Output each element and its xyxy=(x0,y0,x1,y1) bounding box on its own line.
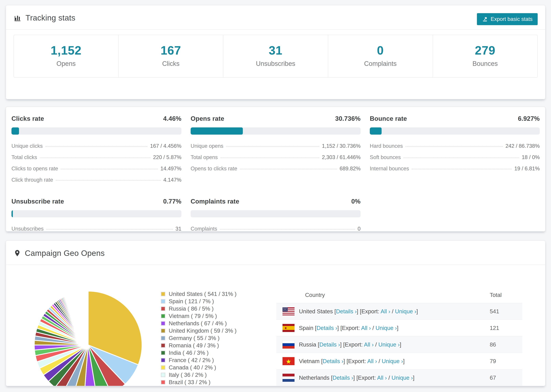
legend-label: India ( 46 / 3% ) xyxy=(169,350,209,356)
rate-detail-label: Total clicks xyxy=(11,154,37,161)
country-name: United States xyxy=(299,308,333,315)
rate-rows: Unique opens1,152 / 30.736%Total opens2,… xyxy=(191,140,360,174)
rate-progress-bar xyxy=(11,127,181,135)
rate-detail-value: 1,152 / 30.736% xyxy=(322,143,360,149)
rate-detail-value: 167 / 4.456% xyxy=(150,143,181,149)
legend-swatch xyxy=(161,343,165,348)
legend-label: United Kingdom ( 59 / 3% ) xyxy=(169,328,236,334)
rate-progress-fill xyxy=(191,127,243,135)
rate-detail-value: 220 / 5.87% xyxy=(153,154,181,161)
export-all-link[interactable]: All › xyxy=(381,308,390,315)
stat-label: Complaints xyxy=(328,60,433,67)
rate-progress-fill xyxy=(370,127,381,135)
rate-block-bounce-rate: Bounce rate6.927%Hard bounces242 / 86.73… xyxy=(370,115,540,186)
export-basic-stats-label: Export basic stats xyxy=(491,16,532,22)
tracking-stats-title-text: Tracking stats xyxy=(26,13,76,22)
export-prefix: Export: xyxy=(348,358,366,364)
tracking-stats-header: Tracking stats Export basic stats xyxy=(6,5,545,30)
export-unique-link[interactable]: Unique › xyxy=(378,341,400,348)
legend-label: Netherlands ( 67 / 4% ) xyxy=(169,320,227,327)
rate-progress-fill xyxy=(11,210,13,217)
export-all-link[interactable]: All › xyxy=(361,325,371,331)
rate-detail-label: Total opens xyxy=(191,154,218,161)
geo-table: Country Total United States [Details ›] … xyxy=(276,287,522,386)
export-all-link[interactable]: All › xyxy=(377,375,387,381)
details-link[interactable]: Details › xyxy=(319,341,340,348)
geo-opens-content: United States ( 541 / 31% )Spain ( 121 /… xyxy=(6,265,545,386)
vn-flag-icon xyxy=(283,357,295,365)
dotted-leader xyxy=(56,180,161,181)
export-prefix: Export: xyxy=(342,325,360,331)
stat-label: Opens xyxy=(14,60,118,67)
stat-value: 167 xyxy=(119,44,223,57)
geo-country-text: Spain [Details ›] [Export: All › / Uniqu… xyxy=(299,325,398,331)
rate-name: Opens rate xyxy=(191,115,224,122)
legend-item-spain: Spain ( 121 / 7% ) xyxy=(161,298,236,305)
tracking-stats-page: Tracking stats Export basic stats 1,152O… xyxy=(0,0,551,392)
stat-cell-opens: 1,152Opens xyxy=(14,35,118,77)
rate-detail-row: Hard bounces242 / 86.738% xyxy=(370,140,540,152)
rate-name: Bounce rate xyxy=(370,115,407,122)
dotted-leader xyxy=(403,158,519,158)
geo-total-cell: 541 xyxy=(490,308,516,315)
details-link[interactable]: Details › xyxy=(336,308,357,315)
rate-block-clicks-rate: Clicks rate4.46%Unique clicks167 / 4.456… xyxy=(11,115,181,186)
dotted-leader xyxy=(226,146,319,147)
rate-detail-value: 689.82% xyxy=(340,166,360,172)
stat-value: 0 xyxy=(328,44,433,57)
rate-detail-row: Unsubscribes31 xyxy=(11,223,181,234)
export-basic-stats-button[interactable]: Export basic stats xyxy=(477,13,538,25)
legend-swatch xyxy=(161,380,165,385)
rate-detail-row: Click through rate4.147% xyxy=(11,174,181,186)
export-all-link[interactable]: All › xyxy=(367,358,377,364)
rate-block-unsubscribe-rate: Unsubscribe rate0.77%Unsubscribes31 xyxy=(11,198,181,234)
geo-opens-card: Campaign Geo Opens United States ( 541 /… xyxy=(6,240,545,386)
details-link[interactable]: Details › xyxy=(323,358,343,364)
rate-detail-row: Opens to clicks rate689.82% xyxy=(191,163,360,174)
geo-table-body: United States [Details ›] [Export: All ›… xyxy=(276,303,522,386)
country-name: Russia xyxy=(299,341,316,348)
rate-name: Unsubscribe rate xyxy=(11,198,64,205)
legend-swatch xyxy=(161,292,165,296)
geo-country-text: Russia [Details ›] [Export: All › / Uniq… xyxy=(299,341,401,348)
geo-total-cell: 67 xyxy=(490,375,516,381)
stat-label: Clicks xyxy=(119,60,223,67)
rate-detail-label: Soft bounces xyxy=(370,154,401,161)
export-unique-link[interactable]: Unique › xyxy=(382,358,403,364)
rate-detail-label: Complaints xyxy=(191,226,217,232)
dotted-leader xyxy=(240,169,337,169)
dotted-leader xyxy=(221,158,319,158)
export-all-link[interactable]: All › xyxy=(364,341,374,348)
stat-cell-bounces: 279Bounces xyxy=(433,35,537,77)
geo-country-text: Vietnam [Details ›] [Export: All › / Uni… xyxy=(299,358,405,364)
geo-opens-title-text: Campaign Geo Opens xyxy=(25,249,105,258)
es-flag-icon xyxy=(283,324,295,332)
legend-label: Spain ( 121 / 7% ) xyxy=(169,298,214,305)
nl-flag-icon xyxy=(283,374,295,382)
rate-detail-value: 2,303 / 61.446% xyxy=(322,154,360,161)
ru-flag-icon xyxy=(283,341,295,349)
rate-rows: Unique clicks167 / 4.456%Total clicks220… xyxy=(11,140,181,186)
rate-percent: 0.77% xyxy=(163,198,181,205)
legend-swatch xyxy=(161,329,165,333)
rate-detail-row: Clicks to opens rate14.497% xyxy=(11,163,181,174)
export-unique-link[interactable]: Unique › xyxy=(376,325,397,331)
legend-swatch xyxy=(161,314,165,318)
rate-detail-label: Unique opens xyxy=(191,143,223,149)
export-unique-link[interactable]: Unique › xyxy=(391,375,413,381)
rate-progress-bar xyxy=(370,127,540,135)
rates-card: Clicks rate4.46%Unique clicks167 / 4.456… xyxy=(6,106,545,231)
legend-label: Canada ( 40 / 2% ) xyxy=(169,364,216,371)
details-link[interactable]: Details › xyxy=(332,375,353,381)
stat-label: Bounces xyxy=(433,60,537,67)
stat-value: 279 xyxy=(433,44,537,57)
tracking-stats-title: Tracking stats xyxy=(14,13,76,22)
us-flag-icon xyxy=(283,307,295,315)
dotted-leader xyxy=(412,169,512,169)
details-link[interactable]: Details › xyxy=(317,325,337,331)
legend-item-canada: Canada ( 40 / 2% ) xyxy=(161,364,236,371)
rate-progress-fill xyxy=(11,127,19,135)
rate-detail-value: 4.147% xyxy=(163,177,181,183)
export-unique-link[interactable]: Unique › xyxy=(395,308,416,315)
geo-table-row-gb: United Kingdom [Details ›] [Export: All … xyxy=(276,386,522,386)
